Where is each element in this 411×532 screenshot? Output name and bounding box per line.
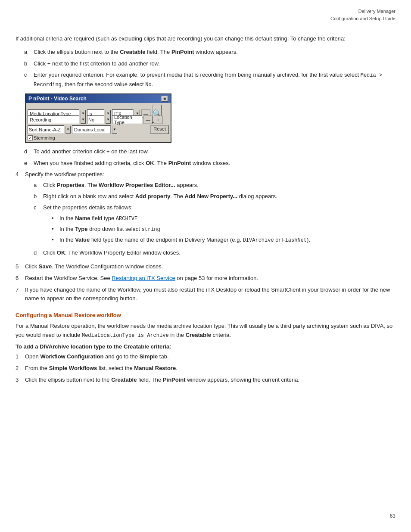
plus-btn-1[interactable]: + — [154, 115, 162, 124]
recording-field: Recording — [28, 115, 79, 124]
reset-btn[interactable]: Reset — [150, 125, 169, 134]
step-4a: a Click Properties. The Workflow Propert… — [34, 181, 395, 190]
step-4: 4 Specify the workflow properties: a Cli… — [16, 170, 395, 260]
page-number: 63 — [390, 513, 395, 519]
bullet-type: • In the Type drop down list select stri… — [52, 225, 395, 234]
header-line1: Delivery Manager — [330, 8, 395, 15]
sub-section-heading: To add a DIVArchive location type to the… — [16, 343, 395, 350]
step-4d: d Click OK. The Workflow Property Editor… — [34, 249, 395, 258]
main-numbered-list: 4 Specify the workflow properties: a Cli… — [16, 170, 395, 303]
section-step-3: 3 Click the ellipsis button next to the … — [16, 376, 395, 385]
restarting-link[interactable]: Restarting an iTX Service — [112, 275, 175, 281]
dropdown-arrow-6[interactable]: ▼ — [65, 126, 71, 134]
dropdown-arrow-5[interactable]: ▼ — [106, 116, 111, 124]
step-5: 5 Click Save. The Workflow Configuration… — [16, 262, 395, 271]
dropdown-arrow-4[interactable]: ▼ — [81, 116, 86, 124]
main-content: If additional criteria are required (suc… — [16, 34, 395, 387]
location-type-field: Location Type — [112, 115, 142, 124]
section-steps: 1 Open Workflow Configuration and go to … — [16, 352, 395, 384]
top-divider — [16, 26, 395, 26]
pinpoint-row2: Recording ▼ No ▼ Location Type — + — [28, 115, 169, 124]
section-step-2: 2 From the Simple Workflows list, select… — [16, 364, 395, 373]
dropdown-arrow-7[interactable]: ▼ — [112, 126, 117, 134]
steps-abc: a Click the ellipsis button next to the … — [24, 48, 395, 89]
bullet-name: • In the Name field type ARCHIVE — [52, 214, 395, 223]
step4-subs: a Click Properties. The Workflow Propert… — [34, 181, 395, 258]
intro-paragraph: If additional criteria are required (suc… — [16, 34, 395, 44]
pinpoint-close-btn[interactable]: ■ — [161, 96, 168, 102]
step-d: d To add another criterion click + on th… — [24, 147, 395, 156]
bullet-value: • In the Value field type the name of th… — [52, 236, 395, 245]
pinpoint-titlebar: P nPoint - Video Search ■ — [26, 94, 171, 103]
step-a: a Click the ellipsis button next to the … — [24, 48, 395, 57]
step-c: c Enter your required criterion. For exa… — [24, 71, 395, 89]
domains-field: Domains Local — [72, 125, 111, 134]
step-7: 7 If you have changed the name of the Wo… — [16, 286, 395, 304]
no-select[interactable]: No — [87, 115, 104, 124]
bullet-list-4c: • In the Name field type ARCHIVE • In th… — [52, 214, 395, 245]
header-line2: Configuration and Setup Guide — [330, 15, 395, 22]
section-heading: Configuring a Manual Restore workflow — [16, 312, 395, 318]
pinpoint-row3: Sort Name-A-Z ▼ Domains Local ▼ Reset — [28, 125, 169, 134]
section-step-1: 1 Open Workflow Configuration and go to … — [16, 352, 395, 361]
pinpoint-dialog: P nPoint - Video Search ■ MediaLocationT… — [25, 93, 171, 143]
page-header: Delivery Manager Configuration and Setup… — [330, 8, 395, 22]
step-6: 6 Restart the Workflow Service. See Rest… — [16, 274, 395, 283]
pinpoint-title: P nPoint - Video Search — [28, 96, 87, 102]
stemming-row: ✓ Stemming — [28, 135, 169, 140]
section-para1: For a Manual Restore operation, the work… — [16, 322, 395, 340]
step-4c: c Set the properties details as follows:… — [34, 203, 395, 246]
stemming-label: Stemming — [34, 135, 55, 140]
step-e: e When you have finished adding criteria… — [24, 159, 395, 168]
step-4b: b Right click on a blank row and select … — [34, 192, 395, 201]
step-b: b Click + next to the first criterion to… — [24, 59, 395, 68]
pinpoint-body: MediaLocationType ▼ Is ▼ ITX ▼ — 🔍 Recor… — [26, 103, 171, 142]
steps-de: d To add another criterion click + on th… — [24, 147, 395, 168]
sort-select[interactable]: Sort Name-A-Z — [28, 125, 64, 134]
minus-btn-2[interactable]: — — [143, 115, 153, 124]
stemming-checkbox[interactable]: ✓ — [28, 135, 33, 140]
